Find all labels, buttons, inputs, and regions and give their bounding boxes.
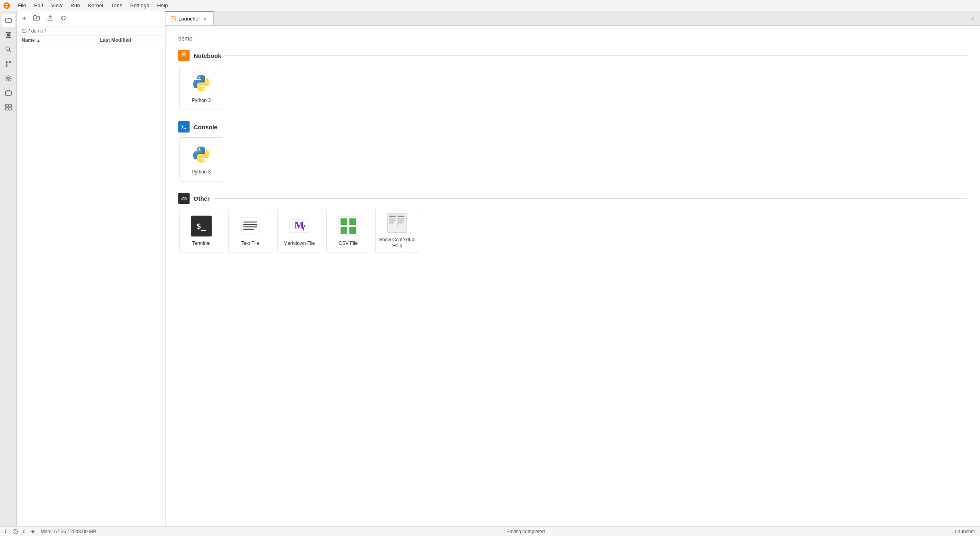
svg-rect-23 [241, 217, 259, 235]
textfile-label: Text File [241, 240, 259, 247]
svg-rect-19 [180, 123, 188, 130]
launcher-panel: demo Notebook [165, 26, 980, 526]
tab-close-button[interactable]: × [202, 16, 207, 22]
markdown-label: Markdown File [284, 240, 315, 247]
markdown-icon: M [288, 215, 310, 237]
status-message: Saving completed [101, 529, 950, 534]
file-browser: + [17, 11, 165, 526]
circle-icon [12, 529, 18, 534]
csv-label: CSV File [339, 240, 357, 247]
menu-kernel[interactable]: Kernel [85, 2, 106, 9]
svg-rect-39 [398, 218, 404, 220]
sidebar-icon-git[interactable] [2, 57, 15, 71]
launcher-path: demo [178, 35, 967, 42]
svg-rect-8 [5, 91, 11, 96]
other-section-header: Other [178, 193, 967, 204]
svg-rect-2 [7, 33, 10, 36]
python3-console-icon [190, 143, 212, 166]
sidebar-icon-folder2[interactable] [2, 86, 15, 100]
svg-rect-9 [5, 104, 8, 107]
svg-point-7 [7, 77, 9, 79]
sidebar [0, 11, 17, 526]
new-file-button[interactable]: + [20, 13, 29, 24]
sidebar-icon-folder[interactable] [2, 14, 15, 27]
svg-point-21 [202, 159, 204, 161]
console-section-header: Console [178, 121, 967, 132]
csv-card[interactable]: CSV File [326, 209, 370, 253]
menu-tabs[interactable]: Tabs [108, 2, 125, 9]
python3-notebook-card[interactable]: Python 3 [179, 66, 223, 110]
notebook-section-title: Notebook [194, 52, 221, 59]
kernel-icon [30, 529, 36, 534]
csv-icon [337, 215, 359, 237]
notebook-cards: Python 3 [178, 66, 967, 110]
python3-notebook-icon [190, 72, 212, 94]
breadcrumb-text: / demo / [29, 28, 46, 34]
svg-point-44 [32, 530, 35, 533]
file-browser-toolbar: + [17, 11, 165, 26]
sidebar-icon-settings[interactable] [2, 71, 15, 85]
notebook-divider [225, 55, 967, 56]
svg-rect-34 [389, 216, 396, 217]
terminal-card[interactable]: $_ Terminal [179, 209, 223, 253]
svg-rect-35 [389, 218, 396, 220]
menu-help[interactable]: Help [154, 2, 171, 9]
other-divider [214, 198, 967, 199]
svg-text:M: M [294, 219, 304, 231]
new-folder-button[interactable] [31, 13, 42, 24]
svg-rect-37 [389, 222, 394, 224]
menu-view[interactable]: View [48, 2, 65, 9]
other-cards: $_ Terminal Text File [178, 209, 967, 253]
upload-button[interactable] [45, 13, 56, 24]
console-section-title: Console [194, 124, 217, 130]
other-section-icon [178, 193, 190, 204]
terminal-icon: $_ [190, 215, 212, 237]
app-logo [3, 2, 10, 9]
markdown-card[interactable]: M Markdown File [277, 209, 321, 253]
status-right-label: Launcher [955, 529, 975, 534]
svg-point-3 [6, 47, 9, 51]
refresh-button[interactable] [58, 14, 69, 24]
menu-run[interactable]: Run [67, 2, 83, 9]
svg-rect-11 [5, 108, 8, 110]
memory-info: Mem: 67.36 / 2048.00 MB [41, 529, 96, 534]
console-section-icon [178, 121, 190, 132]
tab-launcher[interactable]: Launcher × [165, 11, 214, 25]
svg-rect-28 [349, 218, 356, 225]
svg-rect-29 [340, 227, 347, 234]
console-divider [221, 127, 967, 127]
svg-rect-41 [398, 222, 403, 224]
menu-edit[interactable]: Edit [31, 2, 46, 9]
textfile-card[interactable]: Text File [228, 209, 272, 253]
python3-console-card[interactable]: Python 3 [179, 137, 223, 181]
notebook-section-icon [178, 50, 190, 61]
contextual-help-icon [386, 212, 408, 234]
contextual-help-card[interactable]: Show Contextual Help [375, 209, 419, 253]
svg-point-6 [6, 65, 7, 67]
sidebar-icon-running[interactable] [2, 28, 15, 42]
sidebar-icon-extensions[interactable] [2, 100, 15, 114]
python3-notebook-label: Python 3 [192, 98, 210, 104]
svg-rect-36 [389, 220, 396, 222]
svg-rect-40 [398, 220, 404, 222]
sidebar-icon-search[interactable] [2, 43, 15, 56]
status-bar: 0 0 Mem: 67.36 / 2048.00 MB Saving compl… [0, 526, 980, 536]
python3-console-label: Python 3 [192, 169, 210, 175]
notebook-section-header: Notebook [178, 50, 967, 61]
textfile-icon [239, 215, 261, 237]
svg-rect-38 [398, 216, 404, 217]
svg-point-18 [202, 88, 204, 90]
col-modified-header[interactable]: Last Modified [100, 37, 160, 43]
tab-bar: Launcher × › [165, 11, 980, 26]
contextual-help-label: Show Contextual Help [379, 237, 416, 249]
tab-scroll-right[interactable]: › [966, 11, 980, 25]
menu-file[interactable]: File [14, 2, 29, 9]
status-count-1: 0 [5, 529, 8, 534]
menu-settings[interactable]: Settings [127, 2, 152, 9]
svg-rect-27 [340, 218, 347, 225]
console-cards: Python 3 [178, 137, 967, 181]
svg-point-17 [198, 77, 200, 78]
svg-rect-10 [8, 104, 11, 107]
terminal-label: Terminal [192, 240, 210, 247]
col-name-header[interactable]: Name ▲ [22, 37, 100, 43]
